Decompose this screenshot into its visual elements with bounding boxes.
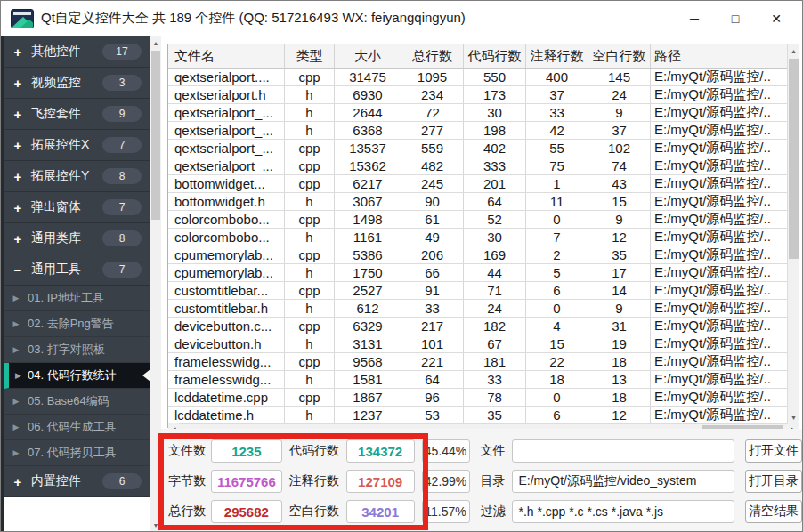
table-cell: 206 — [402, 246, 464, 263]
table-cell: 12 — [588, 407, 651, 423]
sidebar-tool-item[interactable]: ▶01. IP地址工具 — [4, 286, 150, 311]
table-vscroll-thumb[interactable] — [789, 59, 799, 259]
sidebar-tool-label: 07. 代码拷贝工具 — [28, 445, 150, 461]
table-cell: 24 — [464, 300, 526, 317]
sidebar-group-label: 通用工具 — [31, 262, 102, 278]
table-row[interactable]: devicebutton.hh3131101671519E:/myQt/源码监控… — [168, 335, 787, 353]
app-logo-icon — [11, 9, 34, 28]
table-row[interactable]: devicebutton.c...cpp6329217182431E:/myQt… — [168, 318, 787, 335]
table-cell: h — [285, 371, 335, 388]
table-row[interactable]: bottomwidget...cpp6217245201143E:/myQt/源… — [168, 175, 787, 193]
sidebar-group-label: 其他控件 — [31, 44, 102, 60]
column-header[interactable]: 注释行数 — [526, 44, 588, 68]
table-cell: 6329 — [335, 318, 402, 335]
table-cell: h — [285, 104, 335, 121]
table-cell: 19 — [588, 335, 651, 352]
table-cell: 64 — [464, 193, 526, 210]
table-header-row: 文件名类型大小总行数代码行数注释行数空白行数路径 — [168, 44, 787, 69]
table-row[interactable]: customtitlebar.hh612332409E:/myQt/源码监控/.… — [168, 300, 787, 318]
directory-input[interactable] — [512, 470, 734, 493]
count-badge: 7 — [102, 262, 142, 278]
sidebar-group[interactable]: −通用工具7 — [4, 254, 150, 286]
table-row[interactable]: customtitlebar...cpp25279171614E:/myQt/源… — [168, 282, 787, 300]
table-cell: 33 — [402, 300, 464, 317]
filter-input[interactable] — [512, 500, 734, 523]
expand-icon: + — [4, 107, 31, 122]
column-header[interactable]: 总行数 — [402, 44, 464, 68]
sidebar-group-label: 飞控套件 — [31, 106, 102, 122]
table-row[interactable]: qextserialport_...cpp1353755940255102E:/… — [168, 140, 787, 157]
sidebar-group-label: 拓展控件X — [31, 137, 102, 153]
sidebar-group[interactable]: +通用类库8 — [4, 223, 150, 254]
stat-label: 总行数 — [168, 504, 211, 520]
table-cell: 22 — [526, 353, 588, 370]
sidebar-tool-item[interactable]: ▶07. 代码拷贝工具 — [4, 440, 150, 466]
file-input[interactable] — [512, 439, 734, 463]
column-header[interactable]: 空白行数 — [588, 44, 651, 68]
table-row[interactable]: lcddatetime.cppcpp18679678018E:/myQt/源码监… — [168, 389, 787, 407]
table-row[interactable]: framelesswidg...cpp95682211812218E:/myQt… — [168, 353, 787, 371]
stat-label: 代码行数 — [289, 443, 343, 459]
table-row[interactable]: qextserialport_...cpp153624823337574E:/m… — [168, 157, 787, 175]
column-header[interactable]: 文件名 — [168, 44, 285, 68]
table-cell: 3067 — [335, 193, 402, 210]
table-cell: 18 — [588, 353, 651, 370]
scroll-up-icon[interactable]: ▲ — [788, 44, 799, 57]
column-header[interactable]: 大小 — [335, 44, 402, 68]
sidebar-tool-item[interactable]: ▶06. 代码生成工具 — [4, 415, 150, 440]
table-cell: cpp — [285, 157, 335, 174]
open-file-button[interactable]: 打开文件 — [745, 439, 802, 463]
table-cell: 15362 — [335, 157, 402, 174]
scroll-down-icon[interactable]: ▼ — [150, 519, 161, 531]
sidebar-group[interactable]: +拓展控件X7 — [4, 130, 150, 161]
expand-icon: + — [4, 474, 31, 489]
sidebar-group[interactable]: +视频监控3 — [4, 68, 150, 99]
table-row[interactable]: qextserialport.hh69302341733724E:/myQt/源… — [168, 86, 787, 104]
scroll-down-icon[interactable]: ▼ — [788, 411, 799, 423]
sidebar-tool-label: 02. 去除Png警告 — [28, 316, 150, 332]
table-cell: 5386 — [335, 246, 402, 263]
table-row[interactable]: colorcombobo...cpp1498615209E:/myQt/源码监控… — [168, 211, 787, 229]
column-header[interactable]: 类型 — [285, 44, 335, 68]
table-cell: 52 — [464, 211, 526, 228]
table-row[interactable]: framelesswidg...h158164331813E:/myQt/源码监… — [168, 371, 787, 389]
sidebar-group[interactable]: +拓展控件Y8 — [4, 161, 150, 192]
table-row[interactable]: qextserialport_...h63682771984237E:/myQt… — [168, 122, 787, 140]
sidebar-scrollbar[interactable]: ▲ ▼ — [150, 36, 161, 531]
table-cell: 12 — [588, 229, 651, 246]
sidebar-group[interactable]: +飞控套件9 — [4, 99, 150, 130]
sidebar-tool-item[interactable]: ▶02. 去除Png警告 — [4, 311, 150, 337]
table-row[interactable]: cpumemorylab...cpp5386206169235E:/myQt/源… — [168, 246, 787, 264]
sidebar-group[interactable]: +弹出窗体7 — [4, 192, 150, 223]
table-cell: framelesswidg... — [168, 371, 285, 388]
sidebar-tool-label: 05. Base64编码 — [28, 393, 150, 409]
sidebar-scrollbar-thumb[interactable] — [151, 51, 160, 220]
table-vertical-scrollbar[interactable]: ▲ ▼ — [787, 44, 799, 423]
table-cell: 75 — [526, 157, 588, 174]
maximize-button[interactable]: □ — [715, 1, 756, 36]
table-cell: h — [285, 122, 335, 139]
sidebar-tool-item[interactable]: ▶04. 代码行数统计 — [4, 363, 150, 389]
sidebar-tool-item[interactable]: ▶05. Base64编码 — [4, 389, 150, 415]
scroll-up-icon[interactable]: ▲ — [150, 36, 161, 49]
sidebar-tool-item[interactable]: ▶03. 打字对照板 — [4, 337, 150, 363]
table-row[interactable]: lcddatetime.hh12375335612E:/myQt/源码监控/.. — [168, 407, 787, 423]
close-button[interactable]: ✕ — [756, 1, 797, 36]
table-cell: 173 — [464, 86, 526, 103]
table-row[interactable]: qextserialport_...h26447230339E:/myQt/源码… — [168, 104, 787, 122]
sidebar-group[interactable]: +其他控件17 — [4, 36, 150, 68]
table-cell: E:/myQt/源码监控/.. — [651, 86, 787, 103]
table-row[interactable]: cpumemorylab...h17506644517E:/myQt/源码监控/… — [168, 264, 787, 282]
sidebar-tool-label: 03. 打字对照板 — [28, 342, 150, 358]
table-cell: E:/myQt/源码监控/.. — [651, 300, 787, 317]
clear-results-button[interactable]: 清空结果 — [745, 500, 802, 523]
minimize-button[interactable]: ─ — [674, 1, 715, 36]
column-header[interactable]: 路径 — [651, 44, 787, 68]
app-window: Qt自定义控件大全 共 189 个控件 (QQ: 517216493 WX: f… — [0, 0, 803, 532]
table-row[interactable]: qextserialport....cpp314751095550400145E… — [168, 69, 787, 86]
open-directory-button[interactable]: 打开目录 — [745, 470, 802, 493]
table-row[interactable]: bottomwidget.hh306790641115E:/myQt/源码监控/… — [168, 193, 787, 211]
table-row[interactable]: colorcombobo...h11614930712E:/myQt/源码监控/… — [168, 229, 787, 246]
column-header[interactable]: 代码行数 — [464, 44, 526, 68]
sidebar-group[interactable]: +内置控件6 — [4, 466, 150, 497]
